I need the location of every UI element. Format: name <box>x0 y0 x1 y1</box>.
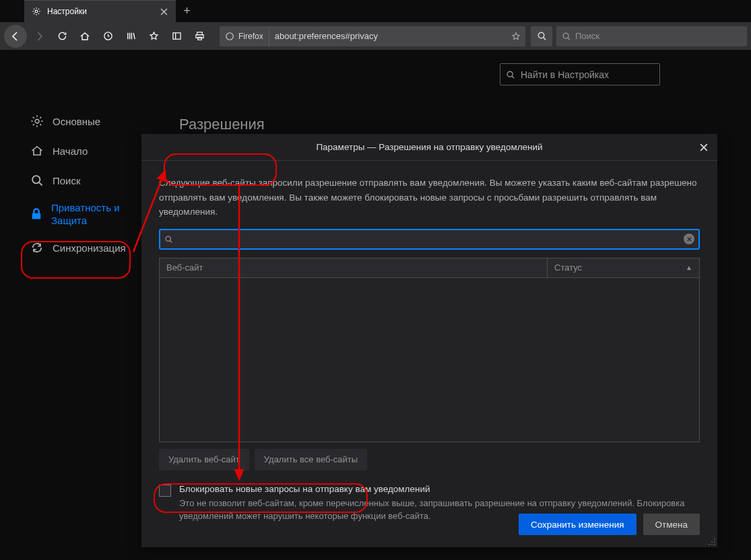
settings-search-placeholder: Найти в Настройках <box>521 69 609 80</box>
section-heading-permissions: Разрешения <box>179 116 265 133</box>
dialog-description: Следующие веб-сайты запросили разрешение… <box>159 176 700 219</box>
block-new-requests-checkbox[interactable] <box>159 485 171 497</box>
bookmark-star-icon[interactable] <box>507 32 525 41</box>
svg-point-13 <box>714 538 715 540</box>
search-icon <box>30 173 44 188</box>
settings-search-input[interactable]: Найти в Настройках <box>500 63 660 85</box>
notifications-permissions-dialog: Параметры — Разрешения на отправку уведо… <box>141 134 717 547</box>
print-button[interactable] <box>189 26 210 47</box>
browser-tab[interactable]: Настройки <box>24 0 176 22</box>
sidebar-item-privacy[interactable]: Приватность и Защита <box>27 195 135 233</box>
url-text: about:preferences#privacy <box>269 31 507 41</box>
svg-point-8 <box>563 33 568 38</box>
home-icon <box>30 143 44 158</box>
dialog-title: Параметры — Разрешения на отправку уведо… <box>316 142 542 152</box>
sidebar-item-label: Начало <box>53 145 88 157</box>
gear-icon <box>31 6 42 17</box>
library-button[interactable] <box>120 26 141 47</box>
reload-button[interactable] <box>51 26 73 47</box>
block-new-requests-label: Блокировать новые запросы на отправку ва… <box>179 484 700 494</box>
column-header-status[interactable]: Статус ▲ <box>548 258 699 277</box>
svg-point-0 <box>35 10 38 13</box>
tab-title: Настройки <box>47 7 153 16</box>
sidebar-item-label: Синхронизация <box>53 242 126 254</box>
svg-point-7 <box>538 32 544 38</box>
svg-point-16 <box>714 544 715 545</box>
back-button[interactable] <box>4 25 27 48</box>
toolbar-search-box[interactable]: Поиск <box>556 26 747 46</box>
browser-toolbar: Firefox about:preferences#privacy Поиск <box>0 22 751 50</box>
dialog-search-field[interactable] <box>178 234 678 244</box>
svg-point-10 <box>35 119 39 123</box>
svg-point-9 <box>507 71 513 77</box>
permissions-table-header: Веб-сайт Статус ▲ <box>159 258 700 278</box>
url-bar[interactable]: Firefox about:preferences#privacy <box>220 26 525 46</box>
svg-rect-5 <box>197 37 201 40</box>
sidebar-item-label: Поиск <box>53 175 81 186</box>
sidebar-item-home[interactable]: Начало <box>27 136 135 166</box>
svg-rect-2 <box>172 33 180 39</box>
svg-point-12 <box>166 236 170 241</box>
bookmarks-button[interactable] <box>143 26 164 47</box>
svg-point-6 <box>226 32 234 40</box>
save-button[interactable]: Сохранить изменения <box>519 514 636 535</box>
remove-site-button[interactable]: Удалить веб-сайт <box>159 449 249 470</box>
column-header-site[interactable]: Веб-сайт <box>160 258 548 277</box>
remove-all-sites-button[interactable]: Удалить все веб-сайты <box>255 449 367 470</box>
permissions-table-body <box>159 278 700 442</box>
sync-icon <box>30 240 44 255</box>
gear-icon <box>30 114 44 129</box>
new-tab-button[interactable]: + <box>176 0 198 22</box>
clear-search-button[interactable] <box>684 234 694 244</box>
search-icon <box>506 70 515 79</box>
sort-arrow-icon: ▲ <box>686 264 692 271</box>
search-placeholder: Поиск <box>575 31 599 41</box>
sidebar-item-label: Основные <box>53 116 100 127</box>
cancel-button[interactable]: Отмена <box>643 514 700 535</box>
svg-point-18 <box>709 544 710 545</box>
preferences-content: Найти в Настройках Основные Начало Поиск <box>0 50 751 560</box>
sidebar-item-general[interactable]: Основные <box>27 106 135 136</box>
tab-bar: Настройки + <box>0 0 751 22</box>
sidebar-item-search[interactable]: Поиск <box>27 166 135 195</box>
lock-icon <box>30 207 43 221</box>
firefox-icon <box>225 32 234 41</box>
search-button[interactable] <box>531 26 552 46</box>
sidebar-item-sync[interactable]: Синхронизация <box>27 233 135 262</box>
resize-grip-icon[interactable] <box>708 538 716 546</box>
forward-button[interactable] <box>28 26 50 47</box>
dialog-search-input[interactable] <box>159 229 700 250</box>
dialog-header: Параметры — Разрешения на отправку уведо… <box>141 134 717 161</box>
sidebar-toggle-button[interactable] <box>166 26 187 47</box>
history-button[interactable] <box>97 26 119 47</box>
dialog-close-button[interactable] <box>696 139 712 155</box>
svg-point-15 <box>711 541 713 542</box>
svg-point-17 <box>711 544 713 545</box>
home-button[interactable] <box>74 26 96 47</box>
close-icon[interactable] <box>158 6 169 17</box>
search-icon <box>164 235 173 244</box>
identity-label: Firefox <box>238 32 263 41</box>
preferences-sidebar: Основные Начало Поиск Приватность и Защи… <box>27 106 135 262</box>
sidebar-item-label: Приватность и Защита <box>51 201 132 228</box>
svg-point-14 <box>714 541 715 542</box>
search-icon <box>562 32 571 41</box>
identity-box[interactable]: Firefox <box>220 26 269 46</box>
svg-point-11 <box>32 176 40 183</box>
